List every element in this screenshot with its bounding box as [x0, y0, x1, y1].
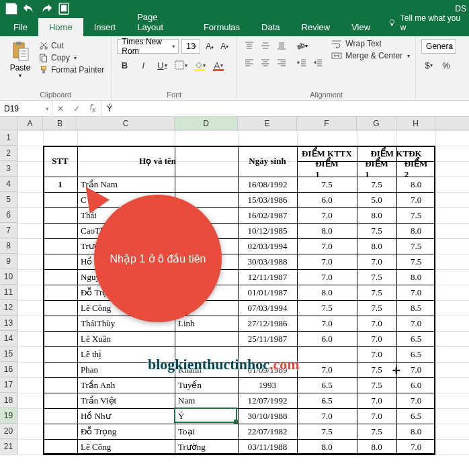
row-header-10[interactable]: 10 — [0, 269, 17, 285]
increase-font-button[interactable]: A▴ — [203, 39, 216, 54]
row-header-21[interactable]: 21 — [0, 439, 17, 455]
column-header-F[interactable]: F — [297, 117, 357, 130]
row-header-4[interactable]: 4 — [0, 177, 17, 192]
chevron-down-icon: ▾ — [74, 55, 77, 61]
increase-indent-button[interactable] — [311, 56, 325, 69]
spreadsheet-grid: ABCDEFGH 1234567891011121314151617181920… — [0, 117, 469, 455]
tab-review[interactable]: Review — [291, 18, 341, 36]
column-header-D[interactable]: D — [175, 117, 238, 130]
row-header-16[interactable]: 16 — [0, 362, 17, 377]
cells-area[interactable]: STTHọ và tênNgày sinhĐIỂM KTTXĐIỂM KTĐKĐ… — [17, 130, 469, 455]
borders-button[interactable]: ▾ — [173, 58, 188, 73]
cancel-formula-button[interactable]: ✕ — [52, 104, 69, 113]
qat-save-icon[interactable] — [4, 1, 19, 16]
paste-label: Paste — [10, 63, 31, 73]
font-name-select[interactable]: Times New Rom — [117, 39, 179, 54]
format-painter-button[interactable]: Format Painter — [38, 64, 105, 75]
font-color-button[interactable]: A▾ — [211, 58, 226, 73]
select-all-corner[interactable] — [0, 117, 17, 130]
group-font: Times New Rom 13 A▴ A▾ B I U▾ ▾ ▾ A▾ Fon… — [112, 36, 237, 100]
tab-view[interactable]: View — [341, 18, 381, 36]
paintbrush-icon — [39, 65, 48, 75]
row-header-19[interactable]: 19 — [0, 408, 17, 424]
align-right-button[interactable] — [275, 56, 288, 69]
align-top-button[interactable] — [243, 39, 256, 52]
formula-input[interactable]: Ý — [101, 101, 469, 116]
align-middle-button[interactable] — [259, 39, 272, 52]
qat-undo-icon[interactable] — [22, 1, 36, 16]
paste-button[interactable]: Paste ▾ — [5, 39, 35, 80]
fill-color-button[interactable]: ▾ — [192, 58, 207, 73]
align-left-button[interactable] — [243, 56, 256, 69]
row-header-13[interactable]: 13 — [0, 316, 17, 331]
decrease-font-button[interactable]: A▾ — [218, 39, 231, 54]
row-header-3[interactable]: 3 — [0, 161, 17, 177]
row-header-12[interactable]: 12 — [0, 300, 17, 316]
row-header-2[interactable]: 2 — [0, 146, 17, 161]
column-header-E[interactable]: E — [238, 117, 297, 130]
group-alignment-label: Alignment — [243, 89, 410, 99]
svg-point-11 — [45, 47, 48, 50]
borders-icon — [175, 60, 184, 70]
ribbon-tabs: File Home Insert Page Layout Formulas Da… — [0, 17, 469, 36]
tab-data[interactable]: Data — [251, 18, 290, 36]
row-header-9[interactable]: 9 — [0, 254, 17, 269]
tab-home[interactable]: Home — [38, 18, 83, 36]
merge-center-button[interactable]: Merge & Center▾ — [331, 51, 410, 60]
wrap-text-button[interactable]: Wrap Text — [331, 39, 410, 48]
group-clipboard-label: Clipboard — [5, 89, 105, 99]
tab-page-layout[interactable]: Page Layout — [126, 8, 193, 36]
number-format-select[interactable]: Genera — [421, 39, 456, 54]
row-header-15[interactable]: 15 — [0, 346, 17, 362]
copy-icon — [39, 53, 48, 62]
row-header-11[interactable]: 11 — [0, 285, 17, 300]
font-size-select[interactable]: 13 — [181, 39, 200, 54]
row-header-8[interactable]: 8 — [0, 238, 17, 254]
align-center-button[interactable] — [259, 56, 272, 69]
row-header-17[interactable]: 17 — [0, 377, 17, 393]
row-header-7[interactable]: 7 — [0, 223, 17, 238]
svg-rect-16 — [175, 61, 183, 69]
svg-rect-14 — [42, 66, 46, 70]
percent-format-button[interactable]: % — [439, 58, 454, 73]
copy-button[interactable]: Copy▾ — [38, 52, 105, 63]
column-header-C[interactable]: C — [77, 117, 175, 130]
tell-me-label: Tell me what you w — [400, 13, 462, 32]
tab-formulas[interactable]: Formulas — [193, 18, 251, 36]
row-header-18[interactable]: 18 — [0, 393, 17, 408]
bold-button[interactable]: B — [117, 58, 132, 73]
bucket-icon — [194, 61, 202, 69]
accounting-format-button[interactable]: $▾ — [421, 58, 436, 73]
column-header-A[interactable]: A — [17, 117, 43, 130]
fx-button[interactable]: fx — [85, 103, 101, 113]
column-header-B[interactable]: B — [43, 117, 77, 130]
lightbulb-icon — [388, 18, 396, 28]
qat-touch-icon[interactable] — [56, 1, 71, 16]
row-header-14[interactable]: 14 — [0, 331, 17, 346]
tab-file[interactable]: File — [3, 18, 38, 36]
svg-rect-6 — [19, 48, 28, 60]
merge-icon — [331, 51, 342, 60]
name-box[interactable]: D19 — [0, 101, 52, 116]
column-headers: ABCDEFGH — [0, 117, 469, 130]
row-header-1[interactable]: 1 — [0, 130, 17, 146]
enter-formula-button[interactable]: ✓ — [69, 104, 85, 113]
cut-button[interactable]: Cut — [38, 40, 105, 51]
row-header-20[interactable]: 20 — [0, 424, 17, 439]
align-bottom-button[interactable] — [275, 39, 288, 52]
qat-redo-icon[interactable] — [39, 1, 54, 16]
row-header-5[interactable]: 5 — [0, 192, 17, 207]
tab-insert[interactable]: Insert — [83, 18, 127, 36]
decrease-indent-button[interactable] — [295, 56, 308, 69]
svg-rect-3 — [391, 24, 393, 26]
wrap-text-label: Wrap Text — [345, 39, 382, 48]
italic-button[interactable]: I — [136, 58, 151, 73]
column-header-G[interactable]: G — [357, 117, 396, 130]
tell-me-search[interactable]: Tell me what you w — [381, 9, 469, 36]
row-header-6[interactable]: 6 — [0, 207, 17, 223]
format-painter-label: Format Painter — [51, 65, 104, 75]
column-header-H[interactable]: H — [396, 117, 435, 130]
underline-button[interactable]: U▾ — [155, 58, 169, 73]
orientation-button[interactable]: ab▾ — [295, 39, 308, 52]
group-font-label: Font — [117, 89, 231, 99]
